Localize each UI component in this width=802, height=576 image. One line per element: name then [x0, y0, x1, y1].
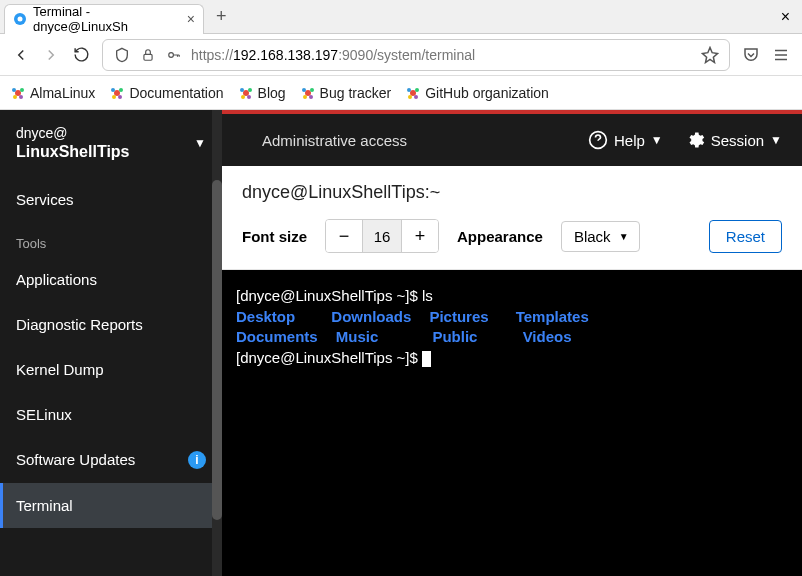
almalinux-icon [10, 85, 26, 101]
svg-point-12 [112, 95, 116, 99]
url-text: https://192.168.138.197:9090/system/term… [191, 47, 693, 63]
admin-access-label[interactable]: Administrative access [262, 132, 407, 149]
bookmarks-bar: AlmaLinux Documentation Blog Bug tracker… [0, 76, 802, 110]
browser-nav-bar: https://192.168.138.197:9090/system/term… [0, 34, 802, 76]
sidebar-item-diagnostic-reports[interactable]: Diagnostic Reports [0, 302, 222, 347]
tab-close-icon[interactable]: × [187, 11, 195, 27]
pocket-icon[interactable] [742, 46, 760, 64]
bookmark-bug-tracker[interactable]: Bug tracker [300, 85, 392, 101]
top-bar: Administrative access Help ▼ Session ▼ [222, 110, 802, 166]
almalinux-icon [238, 85, 254, 101]
cockpit-app: dnyce@ LinuxShellTips ▼ Services Tools A… [0, 110, 802, 576]
bookmark-blog[interactable]: Blog [238, 85, 286, 101]
back-button[interactable] [12, 46, 30, 64]
dir-templates: Templates [516, 308, 589, 325]
svg-point-3 [169, 52, 174, 57]
host-user: dnyce@ [16, 124, 130, 142]
session-menu[interactable]: Session ▼ [685, 130, 782, 150]
reset-button[interactable]: Reset [709, 220, 782, 253]
sidebar-item-software-updates[interactable]: Software Updatesi [0, 437, 222, 483]
sidebar-scrollbar-thumb[interactable] [212, 180, 222, 520]
reload-button[interactable] [72, 46, 90, 64]
dir-downloads: Downloads [331, 308, 411, 325]
window-close-icon[interactable]: × [781, 8, 790, 26]
svg-point-27 [408, 95, 412, 99]
svg-point-4 [15, 90, 21, 96]
svg-point-21 [310, 88, 314, 92]
svg-point-7 [13, 95, 17, 99]
sidebar-item-terminal[interactable]: Terminal [0, 483, 222, 528]
dir-documents: Documents [236, 328, 318, 345]
svg-point-16 [248, 88, 252, 92]
font-size-increase[interactable]: + [402, 220, 438, 252]
terminal-controls: Font size − 16 + Appearance Black Reset [222, 213, 802, 270]
terminal-output[interactable]: [dnyce@LinuxShellTips ~]$ ls Desktop Dow… [222, 270, 802, 576]
host-switcher[interactable]: dnyce@ LinuxShellTips ▼ [0, 110, 222, 177]
font-size-label: Font size [242, 228, 307, 245]
chevron-down-icon: ▼ [194, 136, 206, 150]
terminal-title: dnyce@LinuxShellTips:~ [242, 182, 782, 203]
shield-icon[interactable] [113, 46, 131, 64]
almalinux-icon [405, 85, 421, 101]
svg-point-19 [305, 90, 311, 96]
svg-point-6 [20, 88, 24, 92]
svg-point-23 [309, 95, 313, 99]
font-size-stepper: − 16 + [325, 219, 439, 253]
tab-title: Terminal - dnyce@LinuxSh [33, 4, 177, 34]
gear-icon [685, 130, 705, 150]
sidebar-section-tools: Tools [0, 222, 222, 257]
dir-music: Music [336, 328, 379, 345]
svg-point-17 [241, 95, 245, 99]
svg-point-15 [240, 88, 244, 92]
svg-point-14 [243, 90, 249, 96]
svg-point-28 [414, 95, 418, 99]
svg-point-11 [119, 88, 123, 92]
chevron-down-icon: ▼ [770, 133, 782, 147]
menu-icon[interactable] [772, 46, 790, 64]
svg-point-24 [410, 90, 416, 96]
svg-point-26 [415, 88, 419, 92]
svg-point-25 [407, 88, 411, 92]
terminal-header: dnyce@LinuxShellTips:~ [222, 166, 802, 213]
svg-point-20 [302, 88, 306, 92]
svg-point-9 [114, 90, 120, 96]
url-bar[interactable]: https://192.168.138.197:9090/system/term… [102, 39, 730, 71]
svg-point-13 [118, 95, 122, 99]
svg-point-1 [18, 17, 23, 22]
dir-videos: Videos [523, 328, 572, 345]
svg-point-22 [303, 95, 307, 99]
appearance-label: Appearance [457, 228, 543, 245]
bookmark-star-icon[interactable] [701, 46, 719, 64]
svg-rect-2 [144, 54, 152, 60]
dir-public: Public [432, 328, 477, 345]
sidebar-item-kernel-dump[interactable]: Kernel Dump [0, 347, 222, 392]
forward-button[interactable] [42, 46, 60, 64]
host-name: LinuxShellTips [16, 142, 130, 163]
bookmark-documentation[interactable]: Documentation [109, 85, 223, 101]
browser-tab[interactable]: Terminal - dnyce@LinuxSh × [4, 4, 204, 34]
bookmark-github-organization[interactable]: GitHub organization [405, 85, 549, 101]
chevron-down-icon: ▼ [651, 133, 663, 147]
info-badge-icon: i [188, 451, 206, 469]
font-size-value: 16 [362, 220, 402, 252]
almalinux-icon [109, 85, 125, 101]
help-menu[interactable]: Help ▼ [588, 130, 663, 150]
sidebar-item-services[interactable]: Services [0, 177, 222, 222]
browser-tab-bar: Terminal - dnyce@LinuxSh × + × [0, 0, 802, 34]
key-icon[interactable] [165, 46, 183, 64]
appearance-select[interactable]: Black [561, 221, 640, 252]
svg-point-5 [12, 88, 16, 92]
sidebar: dnyce@ LinuxShellTips ▼ Services Tools A… [0, 110, 222, 576]
sidebar-item-applications[interactable]: Applications [0, 257, 222, 302]
dir-desktop: Desktop [236, 308, 295, 325]
svg-point-8 [19, 95, 23, 99]
cockpit-icon [13, 12, 27, 26]
help-icon [588, 130, 608, 150]
lock-icon[interactable] [139, 46, 157, 64]
new-tab-button[interactable]: + [216, 6, 227, 27]
main-panel: Administrative access Help ▼ Session ▼ d… [222, 110, 802, 576]
bookmark-almalinux[interactable]: AlmaLinux [10, 85, 95, 101]
font-size-decrease[interactable]: − [326, 220, 362, 252]
sidebar-item-selinux[interactable]: SELinux [0, 392, 222, 437]
almalinux-icon [300, 85, 316, 101]
